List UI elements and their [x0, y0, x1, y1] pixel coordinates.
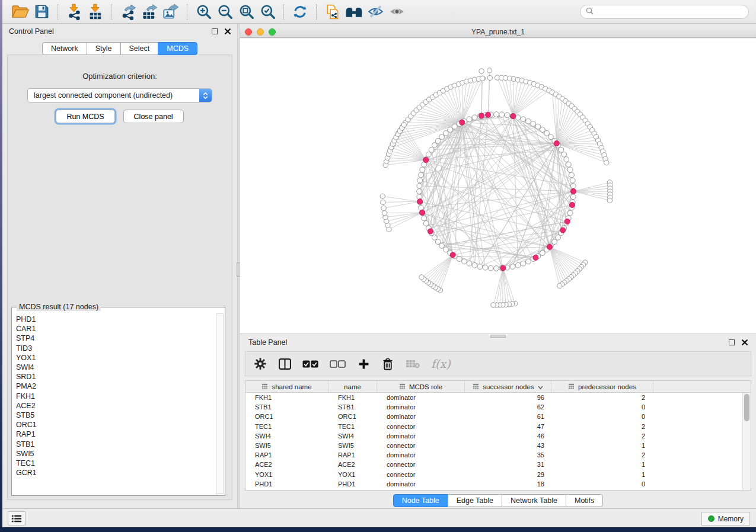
table-row[interactable]: YOX1YOX1connector291 [245, 470, 742, 479]
zoom-selected-icon[interactable] [257, 2, 278, 22]
column-header-name[interactable]: name [328, 381, 377, 392]
network-view-window: YPA_prune.txt_1 [240, 24, 756, 334]
float-table-panel-icon[interactable] [729, 339, 735, 345]
close-table-panel-icon[interactable] [742, 339, 748, 345]
zoom-in-icon[interactable] [193, 2, 214, 22]
task-history-button[interactable] [8, 511, 25, 525]
toolbar-icon-groups [9, 2, 407, 22]
open-session-icon[interactable] [9, 2, 31, 22]
toolbar-separator [283, 4, 284, 20]
mcds-result-list[interactable]: PHD1CAR1STP4TID3YOX1SWI4SRD1PMA2FKH1ACE2… [14, 315, 215, 493]
tab-select[interactable]: Select [120, 42, 159, 55]
tab-motifs[interactable]: Motifs [566, 494, 603, 507]
export-network-icon[interactable] [117, 2, 139, 22]
column-layout-icon[interactable] [278, 358, 291, 370]
mcds-result-item[interactable]: PMA2 [16, 382, 215, 391]
mcds-result-item[interactable]: PHD1 [16, 315, 215, 324]
settings-gear-icon[interactable] [254, 358, 267, 370]
delete-columns-icon[interactable] [381, 358, 394, 370]
tab-network-table[interactable]: Network Table [502, 494, 566, 507]
table-scrollbar[interactable] [742, 393, 751, 490]
close-panel-icon[interactable] [225, 28, 231, 34]
export-image-icon[interactable] [160, 2, 181, 22]
table-row[interactable]: SWI5SWI5connector431 [245, 441, 742, 450]
search-network-icon[interactable] [343, 2, 365, 22]
float-panel-icon[interactable] [212, 28, 218, 34]
tab-mcds[interactable]: MCDS [158, 42, 197, 55]
cell-successor-nodes: 43 [465, 441, 551, 450]
table-row[interactable]: STB1STB1dominator620 [245, 402, 742, 412]
close-panel-button[interactable]: Close panel [123, 110, 184, 123]
table-panel-title: Table Panel [248, 338, 287, 347]
select-all-rows-icon[interactable] [302, 360, 318, 368]
table-row[interactable]: RAP1RAP1dominator352 [245, 450, 742, 460]
import-network-icon[interactable] [63, 2, 85, 22]
save-session-icon[interactable] [31, 2, 52, 22]
mcds-result-item[interactable]: CAR1 [16, 324, 215, 334]
mcds-result-item[interactable]: SRD1 [16, 372, 215, 382]
table-row[interactable]: SWI4SWI4dominator462 [245, 431, 742, 441]
mcds-result-item[interactable]: STB5 [16, 411, 215, 420]
memory-button[interactable]: Memory [701, 512, 750, 525]
column-header-shared-name[interactable]: shared name [245, 381, 328, 392]
column-header-predecessor-nodes[interactable]: predecessor nodes [551, 381, 653, 392]
table-row[interactable]: PHD1PHD1dominator180 [245, 479, 742, 489]
cell-mcds-role: dominator [377, 479, 465, 489]
import-table-icon[interactable] [85, 2, 106, 22]
desktop-background: Control Panel NetworkStyleSelectMCDS Opt… [0, 0, 756, 532]
table-row[interactable]: TEC1TEC1connector472 [245, 422, 742, 431]
delete-table-icon [406, 359, 420, 368]
mcds-result-item[interactable]: ORC1 [16, 420, 215, 430]
mcds-result-item[interactable]: SWI4 [16, 363, 215, 372]
hide-selected-icon[interactable] [365, 2, 386, 22]
search-input[interactable] [596, 8, 743, 16]
table-panel-titlebar: Table Panel [240, 336, 756, 348]
search-box[interactable] [580, 5, 749, 19]
scrollbar-thumb[interactable] [744, 394, 749, 421]
network-titlebar: YPA_prune.txt_1 [240, 26, 756, 38]
zoom-fit-icon[interactable] [235, 2, 257, 22]
mcds-result-item[interactable]: YOX1 [16, 353, 215, 363]
tab-node-table[interactable]: Node Table [393, 494, 448, 507]
mcds-result-item[interactable]: RAP1 [16, 430, 215, 439]
mcds-result-item[interactable]: STP4 [16, 334, 215, 343]
column-header-MCDS-role[interactable]: MCDS role [377, 381, 465, 392]
clear-selection-icon[interactable] [330, 360, 346, 368]
right-column: YPA_prune.txt_1 Table Panel [240, 24, 756, 508]
criterion-selected-value: largest connected component (undirected) [34, 91, 173, 100]
tab-network[interactable]: Network [42, 42, 87, 55]
mcds-button-row: Run MCDS Close panel [8, 110, 232, 123]
run-mcds-button[interactable]: Run MCDS [56, 110, 114, 123]
control-panel-titlebar: Control Panel [2, 24, 237, 39]
network-canvas[interactable] [240, 39, 756, 334]
table-row[interactable]: ORC1ORC1dominator610 [245, 412, 742, 421]
cell-shared-name: PHD1 [245, 479, 328, 489]
cell-predecessor-nodes: 1 [551, 441, 653, 450]
mcds-result-item[interactable]: SWI5 [16, 449, 215, 459]
function-builder-icon: f(x) [431, 357, 451, 370]
optimization-criterion-dropdown[interactable]: largest connected component (undirected) [27, 88, 212, 102]
mcds-result-item[interactable]: ACE2 [16, 401, 215, 411]
mcds-result-item[interactable]: TEC1 [16, 459, 215, 468]
mcds-result-item[interactable]: TID3 [16, 344, 215, 353]
mcds-result-item[interactable]: GCR1 [16, 468, 215, 477]
column-header-filler [653, 381, 751, 392]
cell-name: TEC1 [328, 422, 377, 431]
export-table-icon[interactable] [139, 2, 160, 22]
refresh-icon[interactable] [289, 2, 311, 22]
mcds-result-item[interactable]: STB1 [16, 440, 215, 449]
tab-style[interactable]: Style [87, 42, 121, 55]
table-row[interactable]: ACE2ACE2connector311 [245, 460, 742, 469]
add-column-icon[interactable] [357, 358, 370, 370]
zoom-out-icon[interactable] [214, 2, 235, 22]
cell-shared-name: FKH1 [245, 393, 328, 402]
clone-network-icon[interactable] [322, 2, 343, 22]
tab-edge-table[interactable]: Edge Table [448, 494, 502, 507]
show-all-icon[interactable] [386, 2, 407, 22]
column-header-successor-nodes[interactable]: successor nodes [465, 381, 551, 392]
cell-name: SWI4 [328, 431, 377, 441]
mcds-result-item[interactable]: FKH1 [16, 392, 215, 401]
cell-predecessor-nodes: 2 [551, 422, 653, 431]
result-list-scrollbar[interactable] [216, 313, 224, 494]
table-row[interactable]: FKH1FKH1dominator962 [245, 393, 742, 402]
